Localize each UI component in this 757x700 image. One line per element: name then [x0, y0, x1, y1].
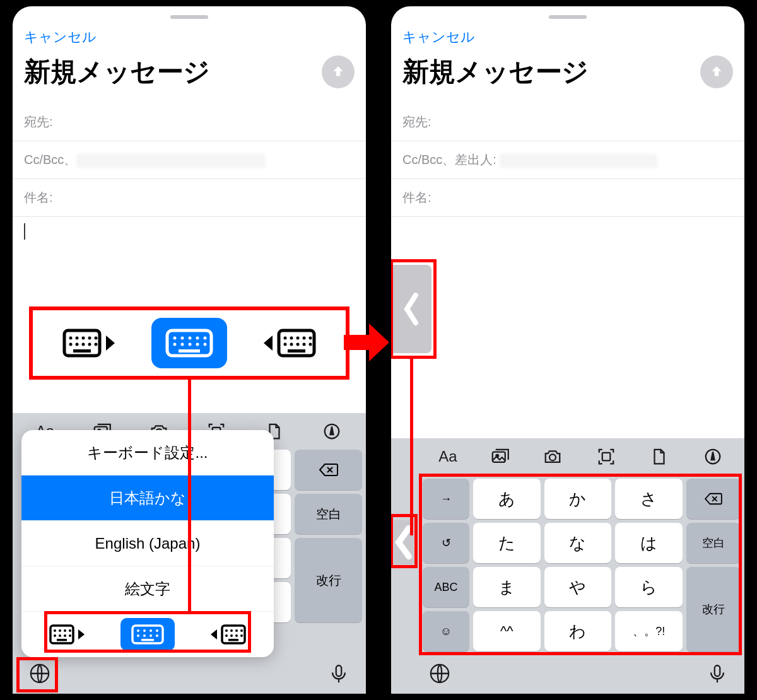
to-field[interactable]: 宛先:: [391, 103, 744, 141]
body-field[interactable]: [391, 217, 744, 349]
keyboard-english-item[interactable]: English (Japan): [21, 521, 274, 566]
svg-point-57: [143, 634, 146, 637]
key-space[interactable]: 空白: [295, 494, 362, 534]
key-enter[interactable]: 改行: [686, 567, 741, 651]
svg-point-22: [203, 343, 206, 346]
cc-field[interactable]: Cc/Bcc、差出人:: [391, 141, 744, 179]
keyboard-settings-item[interactable]: キーボード設定...: [21, 430, 274, 475]
key-undo[interactable]: ↺: [423, 523, 469, 563]
key-backspace[interactable]: [686, 479, 741, 519]
send-button[interactable]: [322, 55, 355, 88]
svg-point-5: [95, 337, 98, 340]
body-field[interactable]: [13, 217, 366, 267]
svg-point-26: [290, 337, 293, 340]
key-next[interactable]: →: [423, 479, 469, 519]
keyboard-emoji-item[interactable]: 絵文字: [21, 566, 274, 612]
keyboard-left-button[interactable]: [51, 318, 127, 368]
keyboard-left-icon: [49, 622, 86, 647]
svg-point-2: [76, 337, 79, 340]
key-a[interactable]: あ: [473, 479, 541, 519]
to-field[interactable]: 宛先:: [13, 103, 366, 141]
globe-button[interactable]: [29, 663, 50, 687]
scan-icon[interactable]: [596, 446, 617, 467]
cancel-button[interactable]: キャンセル: [391, 23, 744, 47]
chevron-left-icon: [402, 290, 421, 328]
key-ha[interactable]: は: [615, 523, 683, 563]
sheet-grabber[interactable]: [170, 15, 208, 19]
keyboard-right-icon: [209, 622, 247, 647]
sheet-grabber[interactable]: [549, 15, 587, 19]
mode-left-button[interactable]: [40, 618, 95, 651]
svg-point-32: [296, 343, 299, 346]
cancel-button[interactable]: キャンセル: [13, 23, 366, 47]
key-ra[interactable]: ら: [615, 567, 683, 607]
svg-rect-79: [715, 665, 720, 676]
camera-icon[interactable]: [542, 446, 563, 467]
key-enter[interactable]: 改行: [295, 538, 362, 622]
key-sa[interactable]: さ: [615, 479, 683, 519]
keyboard-bottom-bar: [13, 656, 366, 694]
svg-point-29: [308, 337, 312, 340]
key-symbols[interactable]: 、。?!: [615, 611, 683, 651]
svg-point-45: [69, 629, 71, 632]
dictation-button[interactable]: [707, 663, 728, 687]
markup-icon[interactable]: [321, 421, 343, 442]
connector-line: [188, 380, 191, 613]
send-button[interactable]: [700, 55, 733, 88]
svg-point-10: [95, 343, 98, 346]
svg-point-31: [290, 343, 293, 346]
format-text-button[interactable]: Aa: [438, 448, 457, 465]
key-kaomoji[interactable]: ^^: [473, 611, 541, 651]
svg-point-20: [188, 343, 191, 346]
svg-point-49: [69, 634, 71, 637]
mode-right-button[interactable]: [201, 618, 255, 651]
svg-point-56: [137, 634, 139, 637]
photo-library-icon[interactable]: [489, 446, 510, 467]
svg-point-55: [156, 629, 158, 632]
key-ma[interactable]: ま: [473, 567, 541, 607]
svg-point-65: [240, 629, 243, 632]
subject-field[interactable]: 件名:: [391, 179, 744, 217]
svg-point-28: [302, 337, 305, 340]
svg-point-21: [196, 343, 199, 346]
keyboard-right-icon: [261, 325, 318, 361]
expand-handle-top[interactable]: [391, 265, 431, 353]
key-emoji[interactable]: ☺: [423, 611, 469, 651]
keyboard-japanese-item[interactable]: 日本語かな: [21, 475, 274, 521]
svg-point-62: [225, 629, 228, 632]
svg-rect-70: [228, 639, 238, 641]
svg-point-54: [150, 629, 152, 632]
key-ka[interactable]: か: [544, 479, 612, 519]
svg-rect-23: [179, 349, 200, 353]
svg-point-15: [188, 337, 191, 340]
svg-point-47: [59, 634, 61, 637]
globe-button[interactable]: [429, 663, 450, 687]
subject-field[interactable]: 件名:: [13, 179, 366, 217]
mic-icon: [707, 663, 728, 684]
dictation-button[interactable]: [328, 663, 349, 687]
markup-icon[interactable]: [702, 446, 724, 467]
key-ta[interactable]: た: [473, 523, 541, 563]
key-abc[interactable]: ABC: [423, 567, 469, 607]
key-wa[interactable]: わ: [544, 611, 612, 651]
svg-point-6: [69, 343, 73, 346]
phone-right: キャンセル 新規メッセージ 宛先: Cc/Bcc、差出人: 件名: Aa: [391, 6, 744, 694]
key-na[interactable]: な: [544, 523, 612, 563]
svg-rect-60: [141, 639, 154, 641]
svg-point-18: [173, 343, 176, 346]
keyboard-center-button[interactable]: [151, 318, 227, 368]
keyboard-bottom-bar: [391, 656, 744, 694]
svg-rect-72: [336, 665, 342, 676]
key-ya[interactable]: や: [544, 567, 612, 607]
keyboard-right-button[interactable]: [252, 318, 327, 368]
document-icon[interactable]: [648, 446, 670, 467]
key-backspace[interactable]: [295, 450, 362, 490]
svg-point-14: [180, 337, 184, 340]
keyboard-center-icon: [129, 622, 167, 647]
key-space[interactable]: 空白: [686, 523, 741, 563]
backspace-icon: [319, 462, 339, 477]
svg-point-19: [180, 343, 184, 346]
cc-field[interactable]: Cc/Bcc、: [13, 141, 366, 179]
mode-center-button[interactable]: [120, 618, 175, 651]
arrow-up-icon: [330, 64, 346, 80]
